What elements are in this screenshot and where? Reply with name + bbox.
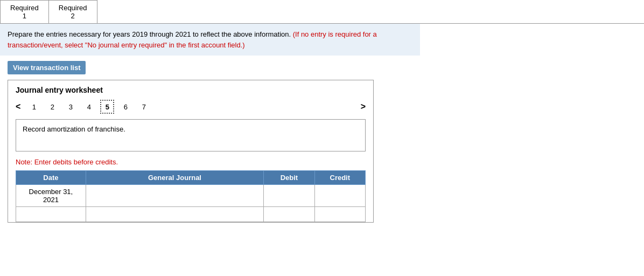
journal-cell-1[interactable] (86, 185, 263, 207)
tab-required-1[interactable]: Required1 (0, 0, 48, 23)
record-description-box: Record amortization of franchise. (16, 119, 366, 151)
step-4[interactable]: 4 (82, 100, 96, 114)
col-credit: Credit (314, 171, 365, 185)
debit-input-2[interactable] (268, 210, 310, 218)
table-row (16, 207, 366, 222)
step-nav: < 1 2 3 4 5 6 7 > (8, 98, 373, 117)
step-7[interactable]: 7 (137, 100, 151, 114)
worksheet-container: Journal entry worksheet < 1 2 3 4 5 6 7 … (8, 80, 374, 223)
journal-input-1[interactable] (90, 192, 259, 200)
record-description-text: Record amortization of franchise. (23, 125, 125, 133)
tab-required-2[interactable]: Required2 (48, 0, 97, 23)
note-text: Note: Enter debits before credits. (8, 156, 373, 170)
credit-input-2[interactable] (319, 210, 361, 218)
table-row: December 31,2021 (16, 185, 366, 207)
date-cell-2 (16, 207, 86, 222)
credit-cell-2[interactable] (314, 207, 365, 222)
instruction-main-text: Prepare the entries necessary for years … (8, 30, 291, 38)
journal-table: Date General Journal Debit Credit Decemb… (16, 170, 366, 222)
date-cell-1: December 31,2021 (16, 185, 86, 207)
step-3[interactable]: 3 (64, 100, 78, 114)
step-2[interactable]: 2 (45, 100, 59, 114)
view-transaction-button[interactable]: View transaction list (8, 61, 86, 74)
credit-input-1[interactable] (319, 192, 361, 200)
journal-cell-2[interactable] (86, 207, 263, 222)
prev-arrow[interactable]: < (13, 101, 23, 113)
step-6[interactable]: 6 (118, 100, 132, 114)
worksheet-title: Journal entry worksheet (8, 80, 373, 98)
credit-cell-1[interactable] (314, 185, 365, 207)
step-1[interactable]: 1 (27, 100, 41, 114)
col-debit: Debit (264, 171, 314, 185)
next-arrow[interactable]: > (359, 101, 368, 113)
step-5[interactable]: 5 (100, 100, 114, 114)
tabs-row: Required1 Required2 (0, 0, 644, 24)
debit-input-1[interactable] (268, 192, 310, 200)
col-general-journal: General Journal (86, 171, 263, 185)
journal-input-2[interactable] (90, 210, 259, 218)
col-date: Date (16, 171, 86, 185)
debit-cell-2[interactable] (264, 207, 314, 222)
instruction-box: Prepare the entries necessary for years … (0, 24, 420, 56)
debit-cell-1[interactable] (264, 185, 314, 207)
